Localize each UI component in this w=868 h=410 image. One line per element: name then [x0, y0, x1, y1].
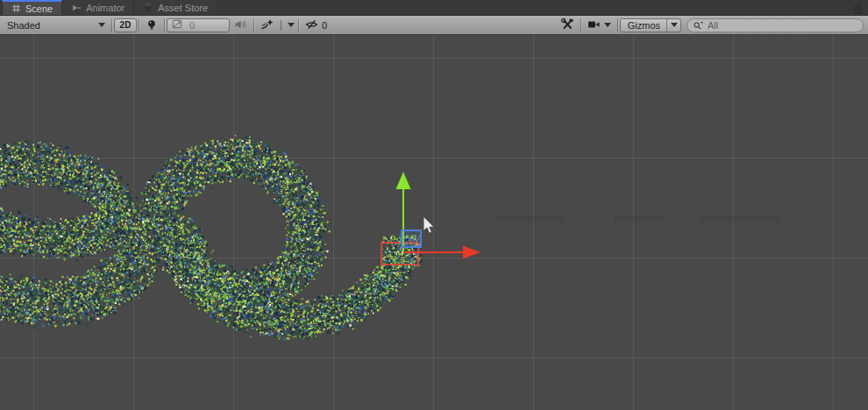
frame-photo-icon — [171, 18, 183, 32]
tab-strip: Scene Animator Asset Store — [0, 0, 868, 16]
divider — [580, 18, 581, 32]
draw-mode-label: Shaded — [7, 20, 40, 31]
grid-icon — [11, 4, 21, 13]
2d-toggle-button[interactable]: 2D — [114, 18, 137, 32]
eye-slash-icon — [305, 18, 318, 32]
divider — [164, 18, 165, 32]
pane-menu-icon[interactable] — [853, 3, 863, 18]
camera-preview-count: 0 — [189, 20, 195, 31]
search-icon — [693, 20, 704, 31]
speaker-icon — [234, 18, 247, 32]
tab-asset-store[interactable]: Asset Store — [134, 0, 217, 15]
scene-canvas[interactable] — [0, 35, 868, 410]
divider — [111, 18, 112, 32]
wrench-hammer-icon — [560, 18, 574, 32]
scene-search-field[interactable] — [687, 18, 864, 32]
scene-viewport[interactable] — [0, 35, 868, 410]
shopping-bag-icon — [143, 3, 153, 13]
unity-scene-pane: Scene Animator Asset Store Shaded 2D — [0, 0, 868, 410]
tab-label: Animator — [86, 3, 125, 13]
divider — [281, 20, 281, 31]
animator-icon — [71, 3, 82, 13]
lightbulb-icon — [146, 18, 158, 32]
editor-tools-button[interactable] — [556, 18, 579, 33]
tab-label: Scene — [25, 4, 53, 14]
hidden-count: 0 — [322, 20, 327, 31]
video-camera-icon — [587, 19, 601, 32]
search-input[interactable] — [708, 20, 857, 31]
scene-toolbar: Shaded 2D 0 — [0, 16, 868, 35]
chevron-down-icon — [98, 23, 105, 27]
divider — [617, 18, 618, 32]
scene-visibility-toggle[interactable]: 0 — [301, 18, 331, 33]
chevron-down-icon — [604, 23, 611, 27]
camera-settings-dropdown[interactable] — [583, 18, 615, 33]
gizmos-label: Gizmos — [628, 20, 666, 31]
tab-scene[interactable]: Scene — [2, 0, 62, 15]
divider — [298, 18, 299, 32]
divider — [139, 18, 139, 32]
effects-dropdown[interactable] — [256, 18, 296, 33]
draw-mode-dropdown[interactable]: Shaded — [3, 18, 110, 33]
chevron-down-icon — [288, 23, 295, 27]
audio-toggle[interactable] — [230, 18, 252, 33]
tab-animator[interactable]: Animator — [62, 0, 134, 15]
scene-lighting-toggle[interactable] — [141, 18, 162, 33]
tab-label: Asset Store — [158, 3, 208, 13]
camera-preview-toggle[interactable]: 0 — [167, 18, 230, 32]
chevron-down-icon — [666, 19, 680, 32]
effects-icon — [260, 18, 274, 32]
2d-label: 2D — [120, 20, 132, 30]
gizmos-dropdown[interactable]: Gizmos — [620, 18, 681, 32]
divider — [253, 18, 254, 32]
